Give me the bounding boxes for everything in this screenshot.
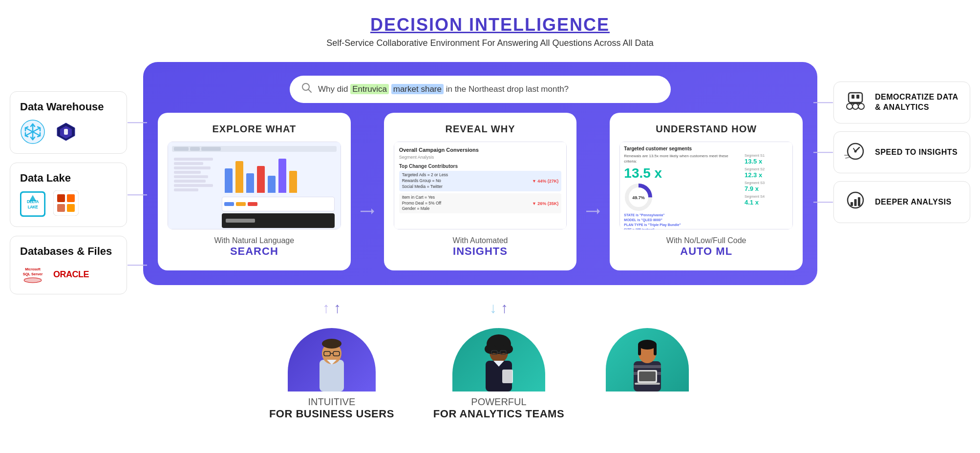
data-lake-card: Data Lake DELTA LAKE: [10, 163, 127, 227]
segment-s4: Segment S4 4.1 x: [745, 194, 788, 206]
bottom-card-business: ↑ ↑: [269, 300, 394, 420]
svg-rect-67: [654, 345, 657, 355]
microsoft-fabric-icon: [53, 190, 79, 218]
oracle-icon: ORACLE: [53, 269, 89, 280]
reveal-why-visual: Overall Campaign Conversions Segment Ana…: [394, 142, 567, 229]
speed-text: SPEED TO INSIGHTS: [875, 147, 958, 158]
understand-how-visual: Targeted customer segments Renewals are …: [619, 142, 793, 229]
svg-rect-62: [634, 365, 661, 368]
analytics-person-svg: [472, 326, 526, 391]
rv-main-title: Overall Campaign Conversions: [399, 147, 562, 153]
uh-title: Targeted customer segments: [624, 146, 788, 151]
reveal-why-label-top: With Automated: [453, 236, 508, 245]
header: DECISION INTELLIGENCE Self-Service Colla…: [326, 15, 653, 48]
svg-rect-89: [858, 197, 860, 206]
search-bar[interactable]: Why did Entruvica market share in the No…: [290, 76, 671, 103]
svg-rect-73: [856, 95, 859, 99]
speed-card: SPEED TO INSIGHTS: [833, 131, 970, 173]
svg-point-75: [852, 103, 858, 109]
uh-segments: Segment S1 13.5 x Segment S2 12.3 x: [745, 153, 788, 229]
analytics-person-container: [445, 323, 553, 391]
analysis-text: DEEPER ANALYSIS: [875, 197, 952, 207]
svg-rect-70: [635, 383, 660, 385]
reveal-why-label-bottom: INSIGHTS: [453, 245, 508, 258]
analysis-icon: [844, 190, 867, 214]
uh-main: Renewals are 13.5x more likely when cust…: [624, 153, 788, 229]
speed-icon: [844, 141, 867, 164]
svg-rect-28: [67, 204, 75, 212]
rv-change-1: ▼ 44% (27K): [532, 179, 558, 184]
uh-left: Renewals are 13.5x more likely when cust…: [624, 153, 741, 229]
reveal-why-title: REVEAL WHY: [446, 124, 515, 135]
svg-line-36: [308, 89, 311, 92]
democratize-text: DEMOCRATIZE DATA & ANALYTICS: [875, 92, 960, 113]
databases-files-title: Databases & Files: [20, 245, 117, 258]
svg-rect-34: [24, 278, 42, 282]
svg-rect-26: [67, 194, 75, 202]
svg-rect-88: [854, 199, 857, 206]
svg-point-76: [858, 103, 864, 109]
delta-lake-icon: DELTA LAKE: [20, 191, 45, 217]
arrow-explore-reveal: [360, 113, 375, 270]
highlight-topic: market share: [391, 84, 444, 94]
rv-section-title: Top Change Contributors: [399, 164, 562, 169]
understand-how-label-bottom: AUTO ML: [666, 245, 746, 258]
rv-row-1: Targeted Ads = 2 or Less Rewards Group =…: [399, 171, 562, 191]
business-person-svg: [307, 328, 356, 391]
business-person-container: [283, 323, 381, 391]
democratize-card: DEMOCRATIZE DATA & ANALYTICS: [833, 82, 970, 124]
snowflake-icon: [20, 119, 45, 144]
rv-row-2: Item in Cart = Yes Promo Deal = 5% Off G…: [399, 193, 562, 214]
svg-rect-87: [851, 202, 853, 206]
explore-what-label-top: With Natural Language: [214, 236, 295, 245]
svg-point-55: [501, 344, 513, 354]
democratize-icon: [844, 91, 867, 114]
svg-point-83: [854, 150, 857, 153]
reveal-visual-content: Overall Campaign Conversions Segment Ana…: [394, 142, 567, 229]
svg-rect-19: [64, 129, 68, 135]
data-lake-title: Data Lake: [20, 172, 117, 185]
analytics-arrows: ↓ ↑: [490, 300, 508, 316]
svg-rect-60: [502, 370, 513, 383]
arrow-up-light-1: ↑: [322, 300, 330, 316]
segment-s1: Segment S1 13.5 x: [745, 153, 788, 165]
sql-server-icon: Microsoft SQL Server: [20, 264, 45, 285]
third-person-container: [603, 323, 691, 391]
databases-files-card: Databases & Files Microsoft SQL Server: [10, 236, 127, 294]
search-query: Why did Entruvica market share in the No…: [318, 84, 569, 94]
explore-what-visual: [168, 142, 341, 229]
reveal-why-card: REVEAL WHY Overall Campaign Conversions …: [384, 113, 577, 270]
data-warehouse-title: Data Warehouse: [20, 101, 117, 113]
explore-toolbar: [172, 146, 337, 152]
svg-text:49.7%: 49.7%: [633, 195, 645, 200]
page-title: DECISION INTELLIGENCE: [326, 15, 653, 35]
third-person-svg: [623, 328, 672, 391]
svg-marker-38: [371, 208, 374, 214]
svg-point-74: [847, 103, 852, 109]
explore-what-label-bottom: SEARCH: [214, 245, 295, 258]
understand-visual-content: Targeted customer segments Renewals are …: [619, 142, 793, 229]
redshift-icon: [53, 119, 79, 144]
highlight-company: Entruvica: [350, 84, 389, 94]
svg-text:SQL Server: SQL Server: [23, 272, 43, 276]
page-subtitle: Self-Service Collaborative Environment F…: [326, 38, 653, 48]
main-layout: Data Warehouse: [10, 62, 970, 420]
data-warehouse-logos: [20, 119, 117, 144]
data-lake-logos: DELTA LAKE: [20, 190, 117, 218]
understand-how-title: UNDERSTAND HOW: [656, 124, 757, 135]
data-warehouse-card: Data Warehouse: [10, 91, 127, 154]
svg-rect-72: [852, 95, 854, 99]
svg-point-46: [322, 339, 341, 349]
segment-s2: Segment S2 12.3 x: [745, 167, 788, 179]
svg-rect-27: [57, 204, 65, 212]
understand-how-label-top: With No/Low/Full Code: [666, 236, 746, 245]
svg-rect-24: [53, 190, 79, 216]
business-arrows: ↑ ↑: [322, 300, 341, 316]
blue-container: Why did Entruvica market share in the No…: [143, 62, 817, 285]
arrow-down-light-1: ↓: [490, 300, 497, 316]
center-panel: Why did Entruvica market share in the No…: [127, 62, 833, 420]
svg-point-54: [485, 344, 496, 354]
analytics-label: POWERFUL FOR ANALYTICS TEAMS: [433, 396, 564, 420]
bottom-section: ↑ ↑: [187, 300, 773, 420]
rv-sub-title: Segment Analysis: [399, 155, 562, 160]
